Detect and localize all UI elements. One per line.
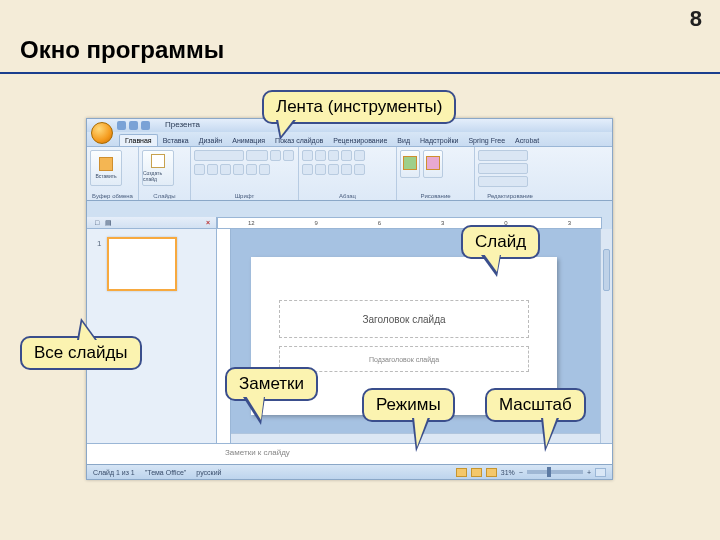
group-label-font: Шрифт (194, 193, 295, 199)
slides-tab-icon[interactable]: ▤ (105, 219, 112, 227)
qat-redo-icon[interactable] (141, 121, 150, 130)
qat-undo-icon[interactable] (129, 121, 138, 130)
subtitle-placeholder[interactable]: Подзаголовок слайда (279, 346, 529, 372)
vertical-scrollbar[interactable] (600, 229, 612, 443)
ruler-tick: 3 (441, 220, 444, 226)
align-r-icon[interactable] (328, 164, 339, 175)
callout-ribbon: Лента (инструменты) (262, 90, 456, 124)
shapes-icon (403, 156, 417, 170)
ruler-tick: 6 (378, 220, 381, 226)
new-slide-label: Создать слайд (143, 170, 173, 182)
callout-slide: Слайд (461, 225, 540, 259)
group-label-slides: Слайды (142, 193, 187, 199)
slide-thumbnail[interactable]: 1 (107, 237, 177, 291)
callout-tail (243, 397, 265, 425)
callout-tail (77, 318, 97, 340)
title-placeholder[interactable]: Заголовок слайда (279, 300, 529, 338)
cols-icon[interactable] (354, 164, 365, 175)
font-btn[interactable] (194, 150, 244, 161)
zoom-slider[interactable] (527, 470, 583, 474)
shrink-icon[interactable] (283, 150, 294, 161)
close-panel-icon[interactable]: × (206, 219, 210, 226)
zoom-percent[interactable]: 31% (501, 469, 515, 476)
outline-tab-icon[interactable]: □ (95, 219, 99, 226)
status-slide-info: Слайд 1 из 1 (93, 469, 135, 476)
callout-tail (481, 255, 501, 277)
window-title: Презента (165, 120, 200, 129)
find-button[interactable] (478, 150, 528, 161)
replace-button[interactable] (478, 163, 528, 174)
align-c-icon[interactable] (315, 164, 326, 175)
tab-animation[interactable]: Анимация (227, 135, 270, 146)
callout-label: Лента (инструменты) (276, 97, 442, 116)
tab-insert[interactable]: Вставка (158, 135, 194, 146)
group-drawing: Рисование (397, 147, 475, 200)
group-slides: Создать слайд Слайды (139, 147, 191, 200)
tab-view[interactable]: Вид (392, 135, 415, 146)
status-theme: "Тема Office" (145, 469, 187, 476)
zoom-out-icon[interactable]: − (519, 469, 523, 476)
tab-design[interactable]: Дизайн (194, 135, 228, 146)
ribbon-tabs[interactable]: Главная Вставка Дизайн Анимация Показ сл… (87, 132, 612, 147)
group-label-editing: Редактирование (478, 193, 542, 199)
color-icon[interactable] (259, 164, 270, 175)
align-l-icon[interactable] (302, 164, 313, 175)
group-clipboard: Вставить Буфер обмена (87, 147, 139, 200)
callout-tail (276, 120, 296, 140)
thumbnail-number: 1 (97, 239, 101, 248)
callout-tail (412, 418, 430, 452)
fit-view-icon[interactable] (595, 468, 606, 477)
tab-review[interactable]: Рецензирование (328, 135, 392, 146)
shapes-button[interactable] (400, 150, 420, 178)
callout-thumbnails: Все слайды (20, 336, 142, 370)
status-language: русский (196, 469, 221, 476)
powerpoint-window: Презента Главная Вставка Дизайн Анимация… (86, 118, 613, 480)
ruler-tick: 9 (315, 220, 318, 226)
callout-label: Заметки (239, 374, 304, 393)
italic-icon[interactable] (207, 164, 218, 175)
size-btn[interactable] (246, 150, 268, 161)
indent-dec-icon[interactable] (328, 150, 339, 161)
callout-notes: Заметки (225, 367, 318, 401)
arrange-button[interactable] (423, 150, 443, 178)
page-number: 8 (690, 6, 702, 32)
strike-icon[interactable] (233, 164, 244, 175)
notes-pane[interactable]: Заметки к слайду (87, 443, 612, 464)
group-paragraph: Абзац (299, 147, 397, 200)
horizontal-ruler: 12 9 6 3 0 3 (217, 217, 602, 229)
page-title: Окно программы (20, 36, 224, 64)
underline-icon[interactable] (220, 164, 231, 175)
group-editing: Редактирование (475, 147, 545, 200)
zoom-in-icon[interactable]: + (587, 469, 591, 476)
group-label-paragraph: Абзац (302, 193, 393, 199)
paste-button[interactable]: Вставить (90, 150, 122, 186)
group-label-clipboard: Буфер обмена (90, 193, 135, 199)
paste-label: Вставить (95, 173, 116, 179)
new-slide-button[interactable]: Создать слайд (142, 150, 174, 186)
group-label-drawing: Рисование (400, 193, 471, 199)
ruler-tick: 12 (248, 220, 255, 226)
numbers-icon[interactable] (315, 150, 326, 161)
shadow-icon[interactable] (246, 164, 257, 175)
indent-inc-icon[interactable] (341, 150, 352, 161)
select-button[interactable] (478, 176, 528, 187)
sorter-view-icon[interactable] (471, 468, 482, 477)
linesp-icon[interactable] (354, 150, 365, 161)
normal-view-icon[interactable] (456, 468, 467, 477)
bold-icon[interactable] (194, 164, 205, 175)
tab-acrobat[interactable]: Acrobat (510, 135, 544, 146)
bullets-icon[interactable] (302, 150, 313, 161)
tab-home[interactable]: Главная (119, 134, 158, 146)
tab-addins[interactable]: Надстройки (415, 135, 463, 146)
align-j-icon[interactable] (341, 164, 352, 175)
grow-icon[interactable] (270, 150, 281, 161)
callout-label: Слайд (475, 232, 526, 251)
qat-save-icon[interactable] (117, 121, 126, 130)
slideshow-view-icon[interactable] (486, 468, 497, 477)
callout-tail (541, 418, 559, 452)
arrange-icon (426, 156, 440, 170)
tab-spring[interactable]: Spring Free (463, 135, 510, 146)
office-button[interactable] (91, 122, 113, 144)
callout-views: Режимы (362, 388, 455, 422)
quick-access-toolbar[interactable] (117, 121, 150, 130)
